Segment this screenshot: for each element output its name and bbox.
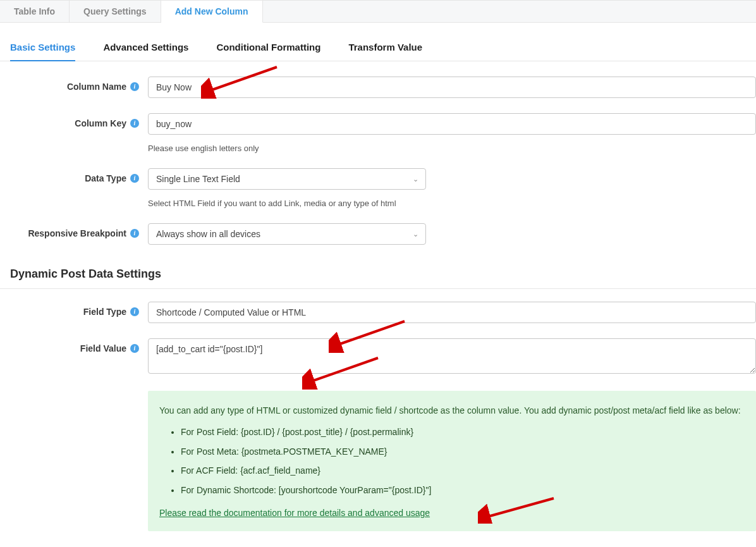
subtab-basic[interactable]: Basic Settings (10, 42, 75, 61)
info-icon[interactable]: i (130, 344, 139, 353)
tab-add-new-column[interactable]: Add New Column (161, 1, 263, 23)
label-column-name: Column Name i (0, 77, 148, 92)
column-key-input[interactable] (148, 113, 756, 135)
label-text: Column Name (67, 82, 126, 92)
row-column-key: Column Key i Please use english letters … (0, 113, 756, 153)
helper-data-type: Select HTML Field if you want to add Lin… (148, 199, 756, 208)
section-title-dynamic-post-data: Dynamic Post Data Settings (0, 260, 756, 289)
label-text: Responsive Breakpoint (28, 228, 126, 238)
hint-box: You can add any type of HTML or customiz… (148, 391, 756, 531)
row-field-type: Field Type i (0, 302, 756, 323)
label-text: Column Key (75, 118, 126, 128)
hint-intro: You can add any type of HTML or customiz… (159, 403, 745, 417)
hint-doc-link[interactable]: Please read the documentation for more d… (159, 508, 430, 518)
label-field-value: Field Value i (0, 338, 148, 353)
label-text: Field Value (80, 343, 126, 353)
label-data-type: Data Type i (0, 168, 148, 183)
column-name-input[interactable] (148, 77, 756, 98)
info-icon[interactable]: i (130, 119, 139, 128)
hint-item: For Post Field: {post.ID} / {post.post_t… (181, 425, 745, 439)
hint-item: For ACF Field: {acf.acf_field_name} (181, 464, 745, 477)
row-responsive-breakpoint: Responsive Breakpoint i Always show in a… (0, 223, 756, 245)
subtab-transform[interactable]: Transform Value (348, 42, 422, 61)
info-icon[interactable]: i (130, 82, 139, 91)
label-text: Field Type (83, 307, 126, 317)
sub-tabs: Basic Settings Advanced Settings Conditi… (0, 23, 756, 61)
field-type-select[interactable] (148, 302, 756, 323)
row-field-value: Field Value i (0, 338, 756, 376)
data-type-select[interactable]: Single Line Text Field (148, 168, 426, 190)
responsive-breakpoint-select[interactable]: Always show in all devices (148, 223, 426, 245)
label-responsive-breakpoint: Responsive Breakpoint i (0, 223, 148, 238)
label-field-type: Field Type i (0, 302, 148, 317)
page-root: Table Info Query Settings Add New Column… (0, 0, 756, 531)
top-tabs: Table Info Query Settings Add New Column (0, 0, 756, 23)
tab-table-info[interactable]: Table Info (0, 1, 70, 22)
info-icon[interactable]: i (130, 174, 139, 183)
label-column-key: Column Key i (0, 113, 148, 128)
form-area: Column Name i Column Key i Please use en… (0, 61, 756, 531)
helper-column-key: Please use english letters only (148, 144, 756, 153)
info-icon[interactable]: i (130, 229, 139, 238)
info-icon[interactable]: i (130, 307, 139, 316)
hint-item: For Post Meta: {postmeta.POSTMETA_KEY_NA… (181, 445, 745, 458)
subtab-advanced[interactable]: Advanced Settings (103, 42, 188, 61)
label-text: Data Type (85, 173, 126, 183)
subtab-conditional[interactable]: Conditional Formatting (216, 42, 320, 61)
row-data-type: Data Type i Single Line Text Field ⌄ Sel… (0, 168, 756, 208)
hint-item: For Dynamic Shortcode: [yourshortcode Yo… (181, 483, 745, 497)
tab-query-settings[interactable]: Query Settings (70, 1, 161, 22)
field-value-textarea[interactable] (148, 338, 756, 374)
hint-list: For Post Field: {post.ID} / {post.post_t… (181, 425, 745, 497)
row-column-name: Column Name i (0, 77, 756, 98)
